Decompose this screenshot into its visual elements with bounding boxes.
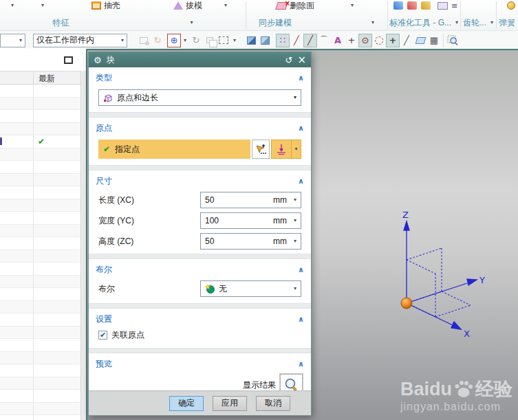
navigator-row-name-cell[interactable]: [0, 135, 34, 148]
group-gear[interactable]: 齿轮... ▾: [460, 16, 496, 30]
navigator-row-name-cell[interactable]: [0, 288, 34, 300]
origin-point-sphere[interactable]: [401, 298, 412, 309]
group-std-tools[interactable]: 标准化工具 - G... ▾: [387, 16, 460, 30]
snap-filter-caret[interactable]: ▾: [181, 34, 189, 47]
group-feature[interactable]: 特征 ▾: [0, 16, 246, 30]
selection-type-combo[interactable]: ▾: [0, 34, 25, 47]
snap-point-icon[interactable]: +: [386, 34, 400, 47]
navigator-row[interactable]: [0, 161, 86, 174]
caret-down-icon[interactable]: ▾: [294, 239, 296, 244]
collapse-chevron-icon[interactable]: ∧: [298, 124, 304, 133]
filter-reset-icon[interactable]: ↻: [151, 34, 164, 47]
navigator-row[interactable]: [0, 263, 86, 276]
dialog-title-bar[interactable]: ⚙ 块 ↺ ×: [89, 52, 311, 67]
navigator-row-name-cell[interactable]: [0, 225, 34, 237]
caret-down-icon[interactable]: ▾: [294, 218, 296, 223]
navigator-row-name-cell[interactable]: [0, 85, 34, 97]
gear-tool-button[interactable]: [507, 0, 515, 11]
wireframe-view-icon[interactable]: [258, 34, 272, 47]
height-value[interactable]: 50: [205, 236, 273, 246]
navigator-row[interactable]: [0, 85, 86, 98]
navigator-row-name-cell[interactable]: [0, 186, 34, 199]
navigator-row[interactable]: [0, 110, 86, 123]
shaded-view-icon[interactable]: [244, 34, 258, 47]
navigator-row[interactable]: [0, 352, 86, 365]
more-dropdown-caret[interactable]: ▾: [224, 0, 227, 11]
navigator-row-name-cell[interactable]: [0, 390, 34, 402]
navigator-row-name-cell[interactable]: [0, 403, 34, 415]
navigator-row[interactable]: [0, 212, 86, 225]
dialog-reset-icon[interactable]: ↺: [285, 56, 293, 65]
dialog-close-icon[interactable]: ×: [297, 55, 306, 65]
ribbon-dropdown-caret[interactable]: ▾: [11, 0, 14, 11]
navigator-row-name-cell[interactable]: [0, 174, 34, 186]
length-value[interactable]: 50: [205, 195, 273, 205]
collapse-chevron-icon[interactable]: ∧: [298, 74, 304, 82]
snap-grid-point-icon[interactable]: ▦: [427, 34, 441, 47]
navigator-row[interactable]: [0, 313, 86, 327]
navigator-row[interactable]: [0, 250, 86, 263]
navigator-row[interactable]: [0, 199, 86, 212]
navigator-row[interactable]: [0, 403, 86, 416]
boolean-dropdown[interactable]: 无 ▾: [200, 280, 301, 297]
navigator-row-name-cell[interactable]: [0, 161, 34, 173]
navigator-row-name-cell[interactable]: [0, 276, 34, 288]
navigator-row[interactable]: [0, 148, 86, 162]
snap-point-on-face-icon[interactable]: [413, 34, 427, 47]
navigator-row[interactable]: [0, 327, 86, 340]
snap-arc-end-icon[interactable]: ⌒: [317, 34, 331, 47]
navigator-row[interactable]: [0, 288, 86, 301]
snap-endpoint-icon[interactable]: ╱: [290, 34, 303, 47]
window-restore-icon[interactable]: [64, 56, 73, 64]
width-value[interactable]: 100: [205, 216, 273, 225]
snap-midpoint-icon[interactable]: ╱: [303, 34, 317, 47]
shell-button[interactable]: 抽壳: [91, 0, 120, 11]
height-input[interactable]: 50 mm ▾: [200, 233, 301, 250]
snap-spline-pole-icon[interactable]: A: [331, 34, 345, 47]
navigator-row[interactable]: [0, 339, 86, 352]
caret-down-icon[interactable]: ▾: [294, 286, 296, 291]
std-tool-button[interactable]: [421, 0, 431, 11]
delete-face-button[interactable]: 删除面: [277, 0, 314, 11]
navigator-row[interactable]: ✔: [0, 135, 86, 148]
std-tool-button[interactable]: [407, 0, 417, 11]
list-tool-button[interactable]: ≡: [451, 0, 457, 11]
column-name-header[interactable]: [0, 71, 34, 84]
section-boolean-header[interactable]: 布尔 ∧: [89, 259, 311, 278]
navigator-row[interactable]: [0, 390, 86, 403]
type-dropdown[interactable]: 原点和边长 ▾: [98, 89, 301, 106]
snap-point-on-curve-icon[interactable]: ╱: [400, 34, 413, 47]
snap-circle-center-icon[interactable]: ⊙: [358, 34, 372, 47]
snap-intersection-icon[interactable]: +: [345, 34, 358, 47]
navigator-row[interactable]: [0, 276, 86, 289]
std-tool-button[interactable]: [393, 0, 403, 11]
collapse-chevron-icon[interactable]: ∧: [298, 265, 304, 274]
navigator-row-name-cell[interactable]: [0, 313, 34, 326]
cancel-button[interactable]: 取消: [256, 396, 290, 411]
point-dialog-button[interactable]: [252, 140, 270, 159]
column-latest-header[interactable]: 最新: [34, 71, 86, 84]
navigator-row[interactable]: [0, 174, 86, 187]
navigator-row-name-cell[interactable]: [0, 327, 34, 339]
snap-quadrant-icon[interactable]: [372, 34, 386, 47]
navigator-row[interactable]: [0, 98, 86, 111]
navigator-row-name-cell[interactable]: [0, 364, 34, 377]
navigator-row-name-cell[interactable]: [0, 199, 34, 212]
zoom-region-icon[interactable]: [446, 34, 460, 47]
section-preview-header[interactable]: 预览 ∧: [89, 353, 311, 372]
navigator-row-name-cell[interactable]: [0, 263, 34, 275]
length-input[interactable]: 50 mm ▾: [200, 192, 301, 208]
navigator-row-name-cell[interactable]: [0, 237, 34, 250]
navigator-row-name-cell[interactable]: [0, 98, 34, 110]
section-settings-header[interactable]: 设置 ∧: [89, 309, 311, 327]
inferred-point-button[interactable]: [272, 140, 292, 158]
std-tool-button[interactable]: [438, 0, 448, 11]
navigator-row[interactable]: [0, 377, 86, 390]
navigator-row[interactable]: [0, 186, 86, 199]
navigator-row-name-cell[interactable]: [0, 148, 34, 161]
marquee-select-icon[interactable]: [217, 34, 230, 47]
collapse-chevron-icon[interactable]: ∧: [298, 177, 304, 186]
width-input[interactable]: 100 mm ▾: [200, 212, 301, 229]
navigator-row-name-cell[interactable]: [0, 250, 34, 263]
navigator-row-name-cell[interactable]: [0, 339, 34, 351]
